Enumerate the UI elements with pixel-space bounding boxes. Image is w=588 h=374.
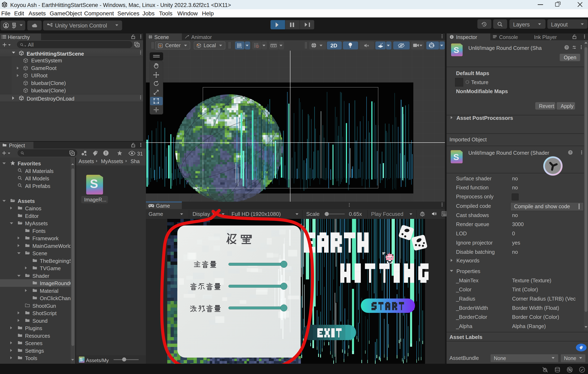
svg-text:?: ? xyxy=(566,46,568,49)
svg-text:?: ? xyxy=(569,151,571,154)
